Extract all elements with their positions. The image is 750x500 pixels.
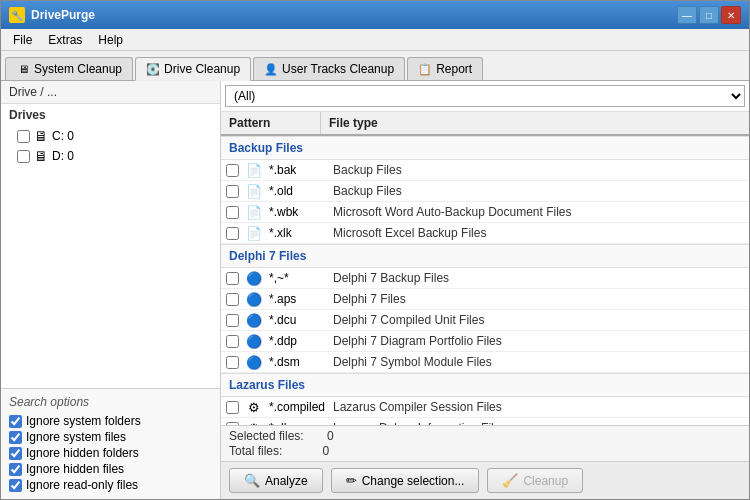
menu-bar: File Extras Help (1, 29, 749, 51)
drives-label: Drives (1, 104, 220, 126)
drive-d-checkbox[interactable] (17, 150, 30, 163)
option-ignore-readonly-files: Ignore read-only files (9, 477, 212, 493)
close-button[interactable]: ✕ (721, 6, 741, 24)
change-selection-icon: ✏ (346, 473, 357, 488)
main-window: 🔧 DrivePurge — □ ✕ File Extras Help 🖥 Sy… (0, 0, 750, 500)
table-row[interactable]: ⚙ *.compiled Lazarus Compiler Session Fi… (221, 397, 749, 418)
drive-d-icon: 🖥 (34, 148, 48, 164)
file-desc: Microsoft Excel Backup Files (325, 223, 749, 243)
option-ignore-hidden-files: Ignore hidden files (9, 461, 212, 477)
menu-extras[interactable]: Extras (40, 31, 90, 49)
right-panel: (All) Backup Files Delphi 7 Files Lazaru… (221, 81, 749, 499)
table-row[interactable]: 🔵 *.dcu Delphi 7 Compiled Unit Files (221, 310, 749, 331)
status-bar: Selected files: 0 Total files: 0 (221, 425, 749, 461)
ignore-system-files-label: Ignore system files (26, 430, 126, 444)
cleanup-icon: 🧹 (502, 473, 518, 488)
tab-drive-cleanup-label: Drive Cleanup (164, 62, 240, 76)
analyze-button[interactable]: 🔍 Analyze (229, 468, 323, 493)
change-selection-label: Change selection... (362, 474, 465, 488)
minimize-button[interactable]: — (677, 6, 697, 24)
file-desc: Delphi 7 Backup Files (325, 268, 749, 288)
tab-report-label: Report (436, 62, 472, 76)
table-row[interactable]: 📄 *.old Backup Files (221, 181, 749, 202)
row-check[interactable] (226, 356, 239, 369)
analyze-label: Analyze (265, 474, 308, 488)
panel-header: Drive / ... (1, 81, 220, 104)
table-row[interactable]: 🔵 *.dsm Delphi 7 Symbol Module Files (221, 352, 749, 373)
ignore-system-folders-checkbox[interactable] (9, 415, 22, 428)
filter-select[interactable]: (All) Backup Files Delphi 7 Files Lazaru… (225, 85, 745, 107)
file-pattern: *,~* (265, 268, 325, 288)
table-row[interactable]: 📄 *.xlk Microsoft Excel Backup Files (221, 223, 749, 244)
section-lazarus-files: Lazarus Files (221, 373, 749, 397)
change-selection-button[interactable]: ✏ Change selection... (331, 468, 480, 493)
row-check[interactable] (226, 185, 239, 198)
row-check[interactable] (226, 335, 239, 348)
file-type-icon: 📄 (243, 184, 265, 199)
row-check[interactable] (226, 314, 239, 327)
table-row[interactable]: 🔵 *.ddp Delphi 7 Diagram Portfolio Files (221, 331, 749, 352)
drive-c-icon: 🖥 (34, 128, 48, 144)
analyze-icon: 🔍 (244, 473, 260, 488)
ignore-readonly-files-checkbox[interactable] (9, 479, 22, 492)
maximize-button[interactable]: □ (699, 6, 719, 24)
drive-d[interactable]: 🖥 D: 0 (1, 146, 220, 166)
action-bar: 🔍 Analyze ✏ Change selection... 🧹 Cleanu… (221, 461, 749, 499)
file-pattern: *.dsm (265, 352, 325, 372)
tab-system-cleanup[interactable]: 🖥 System Cleanup (5, 57, 133, 80)
drive-c-label: C: 0 (52, 129, 74, 143)
cleanup-label: Cleanup (523, 474, 568, 488)
menu-help[interactable]: Help (90, 31, 131, 49)
file-pattern: *.wbk (265, 202, 325, 222)
ignore-hidden-files-label: Ignore hidden files (26, 462, 124, 476)
section-delphi-files: Delphi 7 Files (221, 244, 749, 268)
file-desc: Backup Files (325, 160, 749, 180)
menu-file[interactable]: File (5, 31, 40, 49)
cleanup-button[interactable]: 🧹 Cleanup (487, 468, 583, 493)
table-row[interactable]: 📄 *.bak Backup Files (221, 160, 749, 181)
tab-report[interactable]: 📋 Report (407, 57, 483, 80)
search-options-label: Search options (9, 395, 212, 409)
window-title: DrivePurge (31, 8, 95, 22)
tab-user-tracks[interactable]: 👤 User Tracks Cleanup (253, 57, 405, 80)
row-check[interactable] (226, 293, 239, 306)
table-row[interactable]: ⚙ *.dbg Lazarus Debug Information Files (221, 418, 749, 425)
ignore-system-folders-label: Ignore system folders (26, 414, 141, 428)
option-ignore-system-files: Ignore system files (9, 429, 212, 445)
file-pattern: *.bak (265, 160, 325, 180)
drive-c-checkbox[interactable] (17, 130, 30, 143)
system-cleanup-icon: 🖥 (16, 62, 30, 76)
ignore-readonly-files-label: Ignore read-only files (26, 478, 138, 492)
file-table: Pattern File type Backup Files 📄 *.bak B… (221, 112, 749, 425)
ignore-hidden-folders-checkbox[interactable] (9, 447, 22, 460)
table-row[interactable]: 📄 *.wbk Microsoft Word Auto-Backup Docum… (221, 202, 749, 223)
tab-drive-cleanup[interactable]: 💽 Drive Cleanup (135, 57, 251, 81)
ignore-system-files-checkbox[interactable] (9, 431, 22, 444)
selected-files-value: 0 (327, 429, 334, 443)
tab-user-tracks-label: User Tracks Cleanup (282, 62, 394, 76)
drive-d-label: D: 0 (52, 149, 74, 163)
file-type-icon: ⚙ (243, 400, 265, 415)
row-check[interactable] (226, 401, 239, 414)
table-row[interactable]: 🔵 *.aps Delphi 7 Files (221, 289, 749, 310)
selected-files-line: Selected files: 0 (229, 429, 741, 443)
ignore-hidden-files-checkbox[interactable] (9, 463, 22, 476)
file-desc: Delphi 7 Symbol Module Files (325, 352, 749, 372)
row-check[interactable] (226, 227, 239, 240)
section-lazarus-label: Lazarus Files (221, 374, 313, 396)
file-type-icon: 🔵 (243, 271, 265, 286)
file-type-icon: 📄 (243, 163, 265, 178)
selected-files-label: Selected files: (229, 429, 304, 443)
drive-c[interactable]: 🖥 C: 0 (1, 126, 220, 146)
table-row[interactable]: 🔵 *,~* Delphi 7 Backup Files (221, 268, 749, 289)
window-controls: — □ ✕ (677, 6, 741, 24)
option-ignore-system-folders: Ignore system folders (9, 413, 212, 429)
file-desc: Microsoft Word Auto-Backup Document File… (325, 202, 749, 222)
row-check[interactable] (226, 206, 239, 219)
total-files-value: 0 (322, 444, 329, 458)
total-files-label: Total files: (229, 444, 282, 458)
app-icon: 🔧 (9, 7, 25, 23)
row-check[interactable] (226, 164, 239, 177)
row-check[interactable] (226, 272, 239, 285)
file-type-icon: 🔵 (243, 313, 265, 328)
